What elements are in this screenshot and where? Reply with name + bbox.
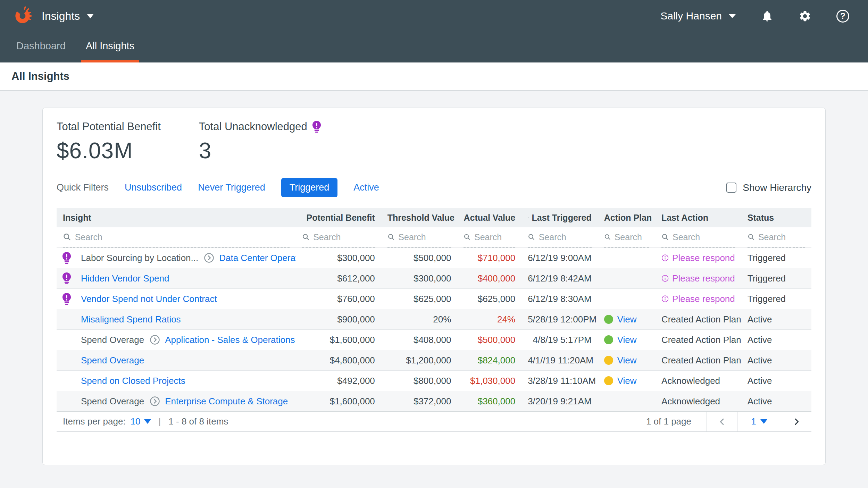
metric-label: Total Unacknowledged xyxy=(199,120,307,133)
notifications-button[interactable] xyxy=(761,10,774,23)
view-action-plan-link[interactable]: View xyxy=(617,355,637,366)
show-hierarchy-control: Show Hierarchy xyxy=(726,182,811,193)
status-cell: Active xyxy=(741,314,811,325)
potential-benefit-cell: $300,000 xyxy=(296,253,381,263)
search-input[interactable] xyxy=(474,232,515,242)
search-icon xyxy=(528,233,535,242)
view-action-plan-link[interactable]: View xyxy=(617,335,637,345)
search-input[interactable] xyxy=(313,232,375,242)
table-row[interactable]: Labor Sourcing by Location... Data Cente… xyxy=(57,247,811,268)
table-row[interactable]: Hidden Vendor Spend $612,000 $300,000 $4… xyxy=(57,268,811,288)
chevron-down-icon xyxy=(729,14,736,18)
search-input[interactable] xyxy=(673,232,735,242)
page-select[interactable]: 1 xyxy=(737,412,781,431)
lightbulb-exclamation-icon xyxy=(62,272,71,284)
insight-cell: Vendor Spend not Under Contract xyxy=(57,293,296,305)
info-circle-icon xyxy=(661,274,669,283)
threshold-value-cell: $300,000 xyxy=(381,273,458,284)
search-input[interactable] xyxy=(539,232,592,242)
insight-title[interactable]: Misaligned Spend Ratios xyxy=(81,314,181,325)
table-row[interactable]: Spend Overage $4,800,000 $1,200,000 $824… xyxy=(57,350,811,370)
table-row[interactable]: Spend Overage Enterprise Compute & Stora… xyxy=(57,391,811,411)
user-menu[interactable]: Sally Hansen xyxy=(660,10,736,22)
table-row[interactable]: Misaligned Spend Ratios $900,000 20% 24%… xyxy=(57,309,811,329)
insight-title[interactable]: Spend on Closed Projects xyxy=(81,376,185,386)
app-switcher-menu[interactable]: Insights xyxy=(33,10,94,23)
tab-all-insights[interactable]: All Insights xyxy=(81,32,139,62)
last-action-cell: Please respond xyxy=(655,273,741,284)
quick-filter-never-triggered[interactable]: Never Triggered xyxy=(198,182,265,193)
search-icon xyxy=(661,233,669,242)
column-header-insight[interactable]: Insight xyxy=(57,213,296,223)
items-per-page-select[interactable]: 10 xyxy=(131,416,151,427)
insight-sublink[interactable]: Enterprise Compute & Storage xyxy=(165,396,288,407)
quick-filter-active[interactable]: Active xyxy=(353,182,379,193)
actual-value-cell: $625,000 xyxy=(457,294,521,304)
chevron-down-icon xyxy=(144,419,151,424)
please-respond-link[interactable]: Please respond xyxy=(672,273,735,284)
quick-filter-triggered[interactable]: Triggered xyxy=(281,178,338,197)
help-button[interactable]: ? xyxy=(836,10,849,23)
top-navigation-bar: Insights Sally Hansen ? Dashb xyxy=(0,0,868,62)
threshold-value-cell: 20% xyxy=(381,314,458,325)
table-row[interactable]: Vendor Spend not Under Contract $760,000… xyxy=(57,288,811,309)
gear-icon xyxy=(799,10,811,23)
potential-benefit-cell: $4,800,000 xyxy=(296,355,381,366)
table-search-row xyxy=(57,227,811,247)
action-plan-cell: View xyxy=(598,314,655,325)
search-cell-status xyxy=(741,227,811,247)
insight-title[interactable]: Hidden Vendor Spend xyxy=(81,273,169,284)
search-input[interactable] xyxy=(758,232,805,242)
please-respond-link[interactable]: Please respond xyxy=(672,253,735,263)
items-per-page-label: Items per page: xyxy=(63,416,126,427)
column-header-last-triggered[interactable]: Last Triggered xyxy=(521,213,598,223)
tab-dashboard[interactable]: Dashboard xyxy=(11,32,70,62)
column-header-status[interactable]: Status xyxy=(741,213,811,223)
potential-benefit-cell: $760,000 xyxy=(296,294,381,304)
insight-cell: Misaligned Spend Ratios xyxy=(57,313,296,325)
metric-value: 3 xyxy=(199,138,321,163)
column-header-action-plan[interactable]: Action Plan xyxy=(598,213,655,223)
search-input[interactable] xyxy=(75,232,290,242)
column-header-actual-value[interactable]: Actual Value xyxy=(457,213,521,223)
view-action-plan-link[interactable]: View xyxy=(617,314,637,325)
search-icon xyxy=(604,233,611,242)
please-respond-link[interactable]: Please respond xyxy=(672,294,735,304)
insight-sublink[interactable]: Data Center Operations xyxy=(219,253,296,263)
quick-filter-unsubscribed[interactable]: Unsubscribed xyxy=(125,182,182,193)
insight-title: Labor Sourcing by Location... xyxy=(81,253,198,263)
insight-title[interactable]: Spend Overage xyxy=(81,355,144,366)
insight-cell: Spend on Closed Projects xyxy=(57,375,296,387)
table-row[interactable]: Spend on Closed Projects $492,000 $800,0… xyxy=(57,370,811,391)
previous-page-button[interactable] xyxy=(707,412,737,431)
column-header-potential-benefit[interactable]: Potential Benefit xyxy=(296,213,381,223)
chevron-right-circle-icon xyxy=(150,396,160,406)
actual-value-cell: $500,000 xyxy=(457,335,521,345)
table-row[interactable]: Spend Overage Application - Sales & Oper… xyxy=(57,329,811,350)
page-title: All Insights xyxy=(11,70,69,83)
threshold-value-cell: $1,200,000 xyxy=(381,355,458,366)
last-triggered-cell: 4/1//19 11:20AM xyxy=(521,355,598,366)
threshold-value-cell: $372,000 xyxy=(381,396,458,407)
next-page-button[interactable] xyxy=(781,412,811,431)
insight-sublink[interactable]: Application - Sales & Operations xyxy=(165,335,295,345)
last-action-cell: Created Action Plan xyxy=(655,335,741,345)
insight-cell: Labor Sourcing by Location... Data Cente… xyxy=(57,252,296,264)
search-icon xyxy=(63,233,72,242)
potential-benefit-cell: $612,000 xyxy=(296,273,381,284)
search-icon xyxy=(387,233,395,242)
table-body: Labor Sourcing by Location... Data Cente… xyxy=(57,247,811,411)
search-input[interactable] xyxy=(615,232,649,242)
column-header-last-action[interactable]: Last Action xyxy=(655,213,741,223)
settings-button[interactable] xyxy=(799,10,811,23)
action-plan-cell: View xyxy=(598,376,655,386)
table-footer: Items per page: 10 | 1 - 8 of 8 items 1 … xyxy=(57,411,811,432)
insight-title[interactable]: Vendor Spend not Under Contract xyxy=(81,294,217,304)
show-hierarchy-checkbox[interactable] xyxy=(726,183,736,193)
insights-card: Total Potential Benefit $6.03M Total Una… xyxy=(42,108,826,465)
column-header-threshold-value[interactable]: Threshold Value xyxy=(381,213,458,223)
search-input[interactable] xyxy=(398,232,451,242)
status-cell: Triggered xyxy=(741,253,811,263)
view-action-plan-link[interactable]: View xyxy=(617,376,637,386)
unacknowledged-indicator xyxy=(62,354,81,366)
